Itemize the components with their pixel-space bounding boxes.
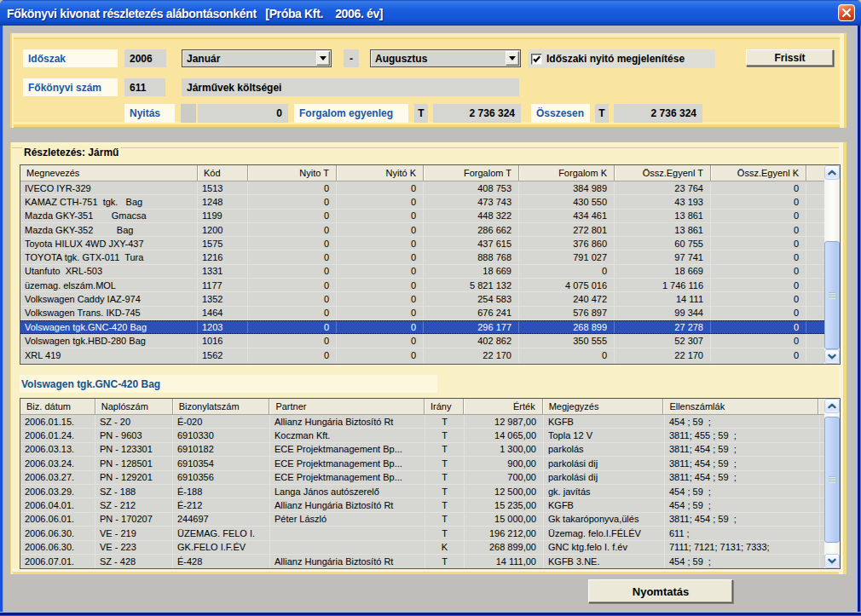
table-cell: 22 170 [615,348,711,362]
table-row[interactable]: 2006.06.01.PN - 170207244697Péter László… [20,513,824,527]
table-row[interactable]: Toyota HILUX 4WD JXY-437157500437 615376… [20,237,824,250]
column-header[interactable]: Biz. dátum [20,399,95,414]
table-row[interactable]: Utanfuto XRL-50313310018 669018 6690 [20,265,824,279]
column-header[interactable]: Nyitó K [337,165,424,181]
table-row[interactable]: 2006.06.30.VE - 219ÜZEMAG. FELO I.T196 2… [20,527,824,540]
opening-checkbox-label[interactable]: Időszaki nyitó megjelenítése [546,53,685,65]
account-name-field: Járművek költségei [182,78,519,96]
table-cell: 0 [711,237,806,250]
table-cell: É-428 [173,555,270,568]
transactions-table-header[interactable]: Biz. dátumNaplószámBizonylatszámPartnerI… [20,399,824,415]
table-cell: 13 861 [615,210,711,222]
table-row[interactable]: Mazda GKY-351 Gmacsa119900448 322434 461… [20,210,824,223]
fokonyvi-label: Főkönyvi szám [23,78,118,96]
opening-checkbox-strip: Időszaki nyitó megjelenítése [528,49,715,68]
month-to-select[interactable]: Augusztus [370,49,521,67]
column-header[interactable]: Ellenszámlák [663,399,818,414]
column-header[interactable]: Megjegyzés [543,399,664,414]
column-header[interactable]: Naplószám [95,399,173,414]
detail-table[interactable]: MegnevezésKódNyito TNyitó KForgalom TFor… [20,164,841,365]
table-row[interactable]: KAMAZ CTH-751 tgk. Bag124800473 743430 5… [20,195,824,209]
column-header[interactable]: Forgalom K [519,165,615,181]
table-cell: 0 [248,195,337,208]
table-cell: 0 [711,334,806,347]
month-to-dropdown-button[interactable] [506,51,519,66]
table-row[interactable]: 2006.04.01.SZ - 212É-212Allianz Hungária… [20,498,824,512]
table-row[interactable]: 2006.03.27.PN - 1292016910356ECE Projekt… [20,471,824,485]
table-cell: Allianz Hungária Biztosító Rt [270,415,425,428]
scroll-thumb[interactable] [824,417,840,543]
table-row[interactable]: XRL 41915620022 170022 1700 [20,348,824,362]
table-row[interactable]: 2006.07.01.SZ - 428É-428Allianz Hungária… [20,555,824,568]
refresh-button[interactable]: Frissít [746,49,834,66]
table-cell: 1331 [198,265,248,278]
table-cell: 0 [711,279,806,291]
table-cell: 0 [711,307,806,320]
transactions-table-body[interactable]: 2006.01.15.SZ - 20É-020Allianz Hungária … [20,415,824,568]
table-cell: 296 177 [424,321,519,333]
title-bar[interactable]: Főkönyvi kivonat részletezés alábontáson… [0,0,861,26]
table-cell [270,527,425,539]
column-header[interactable]: Nyito T [248,165,337,181]
column-header[interactable]: Partner [269,399,425,414]
table-row[interactable]: Volkswagen Trans. IKD-745146400676 24157… [20,307,824,320]
table-row[interactable]: üzemag. elszám.MOL1177005 821 1324 075 0… [20,279,824,292]
transactions-table-scrollbar[interactable] [824,399,840,568]
scroll-thumb[interactable] [824,241,840,349]
table-row[interactable]: TOYOTA tgk. GTX-011 Tura121600888 768791… [20,250,824,264]
table-cell: T [425,498,465,511]
scroll-up-button[interactable] [824,399,840,413]
table-row[interactable]: 2006.03.13.PN - 1233016910182ECE Projekt… [20,443,824,457]
transactions-table[interactable]: Biz. dátumNaplószámBizonylatszámPartnerI… [20,398,841,569]
account-code-field[interactable]: 611 [124,78,165,96]
detail-table-body[interactable]: IVECO IYR-329151300408 753384 98923 7640… [20,181,824,364]
table-cell: Utanfuto XRL-503 [20,265,198,278]
scroll-down-icon [828,354,836,360]
column-header[interactable]: Forgalom T [424,165,519,181]
table-cell: 14 111 [615,292,711,305]
month-from-select[interactable]: Január [182,49,332,67]
scroll-down-button[interactable] [824,349,840,364]
forgalom-side-box: T [414,104,428,123]
column-header[interactable]: Össz.Egyenl T [615,165,711,181]
table-row[interactable]: 2006.01.24.PN - 96036910330Koczman Kft.T… [20,429,824,442]
table-cell: 0 [248,265,337,278]
print-button[interactable]: Nyomtatás [588,579,733,603]
month-from-dropdown-button[interactable] [316,51,330,66]
table-cell: 15 235,00 [465,498,544,511]
table-row[interactable]: Volkswagen Caddy IAZ-974135200254 583240… [20,292,824,306]
column-header[interactable]: Kód [198,165,248,181]
table-cell: GK.FELO I.F.ÉV [173,541,270,554]
table-cell: PN - 123301 [95,443,173,456]
column-header[interactable]: Irány [425,399,464,414]
column-header[interactable]: Érték [464,399,543,414]
column-header[interactable]: Bizonylatszám [173,399,270,414]
table-cell: Volkswagen Trans. IKD-745 [20,307,198,320]
table-row[interactable]: 2006.03.29.SZ - 188É-188Langa János autó… [20,485,824,498]
table-cell: 3811; 454 ; 59 ; [665,457,820,469]
table-row[interactable]: 2006.06.30.VE - 223GK.FELO I.F.ÉVK268 89… [20,541,824,555]
table-row[interactable]: Mazda GKY-352 Bag120000286 662272 80113 … [20,223,824,237]
table-row[interactable]: 2006.03.24.PN - 1285016910354ECE Projekt… [20,457,824,470]
table-cell: 2006.06.30. [20,541,95,554]
column-header[interactable]: Megnevezés [20,165,198,181]
table-cell: Gk takaróponyva,ülés [544,513,665,526]
scroll-up-button[interactable] [824,165,840,180]
table-row-selected[interactable]: Volswagen tgk.GNC-420 Bag120300296 17726… [20,320,824,334]
table-row[interactable]: 2006.01.15.SZ - 20É-020Allianz Hungária … [20,415,824,429]
column-header[interactable]: Össz.Egyenl K [711,165,806,181]
detail-table-header[interactable]: MegnevezésKódNyito TNyitó KForgalom TFor… [20,165,824,181]
scroll-down-button[interactable] [824,554,840,568]
close-button[interactable] [838,4,855,21]
groupbox-top-line [12,147,839,149]
table-cell: Allianz Hungária Biztosító Rt [270,498,425,511]
table-cell: 272 801 [519,223,615,236]
detail-table-scrollbar[interactable] [824,165,840,364]
table-row[interactable]: IVECO IYR-329151300408 753384 98923 7640 [20,181,824,195]
year-field[interactable]: 2006 [124,49,166,67]
table-row[interactable]: Volswagen tgk.HBD-280 Bag101600402 86235… [20,334,824,348]
table-cell: 0 [337,195,424,208]
table-cell: 0 [711,223,806,236]
opening-checkbox[interactable] [531,54,542,65]
table-cell: 2006.04.01. [20,498,95,511]
